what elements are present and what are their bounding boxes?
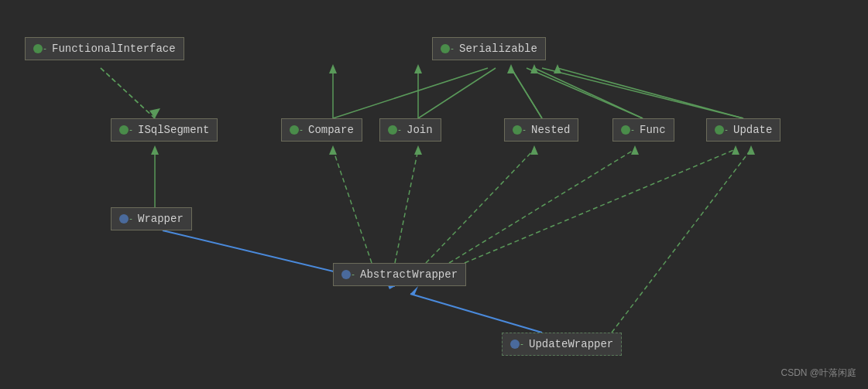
node-icon-func: - [621,125,635,135]
node-label-functional-interface: FunctionalInterface [52,43,176,55]
svg-marker-10 [554,64,561,73]
svg-line-0 [101,68,155,118]
node-join: - Join [379,118,441,142]
node-icon-wrapper: - [119,214,133,224]
node-label-update: Update [733,124,772,136]
node-label-serializable: Serializable [459,43,537,55]
node-wrapper: - Wrapper [111,207,192,230]
svg-line-2 [418,68,496,118]
node-label-isqlsegment: ISqlSegment [138,124,209,136]
svg-marker-15 [414,145,422,155]
svg-line-3 [511,68,542,118]
node-icon-nested: - [513,125,527,135]
svg-marker-8 [507,64,515,73]
node-abstract-wrapper: - AbstractWrapper [333,263,466,286]
svg-marker-19 [410,286,418,295]
node-label-join: Join [407,124,433,136]
node-icon-abstract-wrapper: - [341,270,355,279]
node-nested: - Nested [504,118,578,142]
node-label-nested: Nested [531,124,570,136]
diagram-container: - FunctionalInterface - Serializable - I… [0,0,868,389]
svg-marker-16 [530,145,538,155]
node-icon-isqlsegment: - [119,125,133,135]
node-icon-serializable: - [441,44,455,53]
node-label-func: Func [640,124,666,136]
node-isqlsegment: - ISqlSegment [111,118,218,142]
svg-marker-9 [530,64,538,73]
node-label-wrapper: Wrapper [138,213,184,225]
node-icon-join: - [388,125,402,135]
node-functional-interface: - FunctionalInterface [25,37,184,60]
svg-marker-18 [732,145,739,155]
svg-marker-12 [151,145,159,155]
node-compare: - Compare [281,118,362,142]
node-label-abstract-wrapper: AbstractWrapper [360,268,458,281]
svg-marker-7 [414,64,422,73]
node-label-compare: Compare [308,124,354,136]
node-update-wrapper: - UpdateWrapper [502,333,622,356]
watermark: CSDN @叶落闲庭 [781,367,856,380]
svg-marker-6 [329,64,337,73]
node-icon-update: - [715,125,729,135]
node-serializable: - Serializable [432,37,546,60]
svg-marker-17 [631,145,639,155]
node-func: - Func [612,118,674,142]
svg-line-4 [527,68,643,118]
node-label-update-wrapper: UpdateWrapper [529,338,613,350]
node-icon-compare: - [290,125,304,135]
svg-marker-20 [747,145,755,155]
svg-line-1 [333,68,488,118]
node-icon-functional-interface: - [33,44,47,53]
node-update: - Update [706,118,781,142]
svg-marker-14 [329,145,337,155]
node-icon-update-wrapper: - [510,340,524,349]
svg-marker-11 [149,108,160,118]
svg-line-5 [542,68,743,118]
